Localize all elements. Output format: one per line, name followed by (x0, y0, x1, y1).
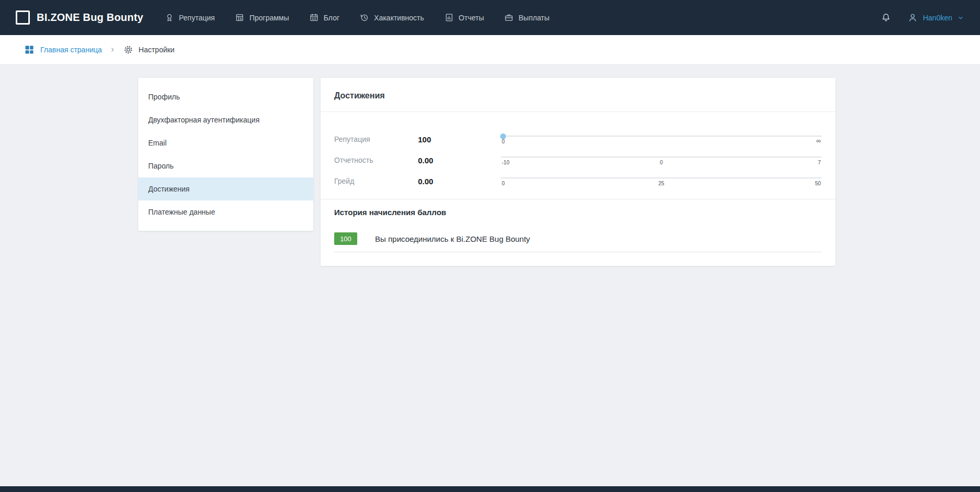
history-title: История начисления баллов (334, 208, 822, 217)
settings-item-label: Двухфакторная аутентификация (148, 116, 259, 124)
scale-min-label: -10 (502, 160, 509, 165)
metric-value: 0.00 (418, 156, 501, 165)
scale-mid-label: 25 (658, 181, 664, 186)
chevron-right-icon (109, 47, 116, 53)
user-icon (907, 12, 918, 23)
points-history-section: История начисления баллов 100 Вы присоед… (321, 199, 835, 266)
metric-label: Грейд (334, 177, 418, 185)
points-badge: 100 (334, 232, 357, 245)
history-entry: 100 Вы присоединились к Bi.ZONE Bug Boun… (334, 232, 822, 252)
reporting-scale: -10 0 7 (501, 154, 822, 166)
nav-item-label: Выплаты (519, 14, 549, 22)
chevron-down-icon (957, 14, 964, 21)
user-menu[interactable]: Han0ken (907, 12, 964, 23)
scale-track (501, 136, 822, 137)
scale-track (501, 156, 822, 158)
blog-icon (309, 13, 319, 23)
reputation-scale: 0 ∞ (501, 133, 822, 146)
metric-label: Репутация (334, 135, 418, 143)
brand-title: BI.ZONE Bug Bounty (37, 12, 144, 24)
home-grid-icon (24, 44, 35, 55)
payouts-icon (504, 13, 514, 23)
main-content: Профиль Двухфакторная аутентификация Ema… (138, 78, 980, 266)
history-entry-text: Вы присоединились к Bi.ZONE Bug Bounty (375, 234, 530, 243)
metric-row-reporting: Отчетность 0.00 -10 0 7 (334, 150, 822, 171)
reports-icon (444, 13, 454, 23)
nav-item-label: Программы (249, 14, 289, 22)
bizone-logo-icon (16, 10, 30, 25)
scale-max-label: ∞ (816, 137, 821, 144)
breadcrumb: Главная страница Настройки (0, 35, 980, 65)
nav-item-reports[interactable]: Отчеты (444, 13, 484, 23)
navbar-right: Han0ken (880, 12, 964, 23)
settings-item-profile[interactable]: Профиль (138, 85, 313, 108)
breadcrumb-current: Настройки (123, 44, 175, 55)
breadcrumb-home-label: Главная страница (40, 46, 102, 54)
hackactivity-icon (359, 13, 369, 23)
panel-title: Достижения (321, 78, 835, 112)
scale-min-label: 0 (502, 139, 505, 144)
achievements-panel: Достижения Репутация 100 0 ∞ Отчетность … (321, 78, 835, 266)
metric-value: 100 (418, 135, 501, 144)
nav-item-payouts[interactable]: Выплаты (504, 13, 549, 23)
settings-item-label: Пароль (148, 162, 174, 170)
nav-item-label: Блог (324, 14, 339, 22)
scale-max-label: 7 (818, 160, 821, 165)
scale-max-label: 50 (815, 181, 821, 186)
settings-item-label: Email (148, 139, 167, 147)
scale-mid-label: 0 (660, 160, 663, 165)
main-nav: Репутация Программы Блог Хакактивность О… (164, 13, 550, 23)
settings-item-achievements[interactable]: Достижения (138, 177, 313, 200)
notifications-bell-icon[interactable] (880, 12, 891, 23)
breadcrumb-current-label: Настройки (139, 46, 175, 54)
settings-item-password[interactable]: Пароль (138, 154, 313, 177)
nav-item-label: Отчеты (459, 14, 484, 22)
metrics-list: Репутация 100 0 ∞ Отчетность 0.00 -10 0 (321, 112, 835, 199)
programs-icon (235, 13, 245, 23)
nav-item-hackactivity[interactable]: Хакактивность (359, 13, 424, 23)
reputation-icon (164, 13, 174, 23)
nav-item-label: Репутация (179, 14, 215, 22)
settings-menu: Профиль Двухфакторная аутентификация Ema… (138, 78, 313, 231)
username: Han0ken (923, 14, 952, 22)
breadcrumb-home-link[interactable]: Главная страница (24, 44, 102, 55)
nav-item-reputation[interactable]: Репутация (164, 13, 215, 23)
settings-item-2fa[interactable]: Двухфакторная аутентификация (138, 108, 313, 131)
gear-icon (123, 44, 134, 55)
nav-item-blog[interactable]: Блог (309, 13, 339, 23)
grade-scale: 0 25 50 (501, 175, 822, 187)
nav-item-programs[interactable]: Программы (235, 13, 289, 23)
metric-row-grade: Грейд 0.00 0 25 50 (334, 171, 822, 192)
scale-track (501, 177, 822, 178)
settings-item-payment-data[interactable]: Платежные данные (138, 200, 313, 223)
metric-label: Отчетность (334, 156, 418, 164)
settings-item-label: Платежные данные (148, 208, 215, 216)
settings-item-label: Достижения (148, 185, 190, 193)
brand[interactable]: BI.ZONE Bug Bounty (16, 10, 144, 25)
settings-item-email[interactable]: Email (138, 131, 313, 154)
settings-item-label: Профиль (148, 93, 180, 101)
nav-item-label: Хакактивность (374, 14, 424, 22)
footer-bar (0, 486, 980, 492)
metric-value: 0.00 (418, 177, 501, 186)
scale-min-label: 0 (502, 181, 505, 186)
top-navbar: BI.ZONE Bug Bounty Репутация Программы Б… (0, 0, 980, 35)
metric-row-reputation: Репутация 100 0 ∞ (334, 129, 822, 150)
